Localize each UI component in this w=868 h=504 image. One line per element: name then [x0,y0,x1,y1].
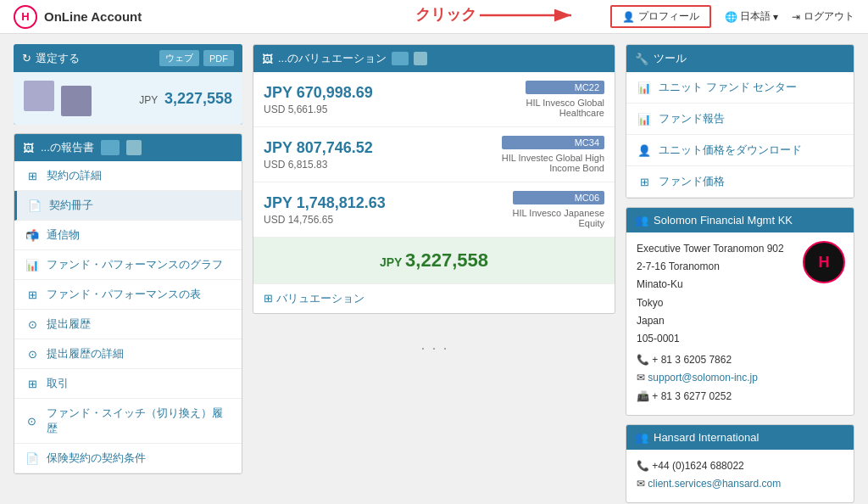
logout-button[interactable]: ⇥ ログアウト [792,9,854,24]
valuation-link[interactable]: ⊞ バリュエーション [253,283,615,313]
hansard-phone-row: 📞 +44 (0)1624 688022 [637,458,843,474]
tools-box: 🔧 ツール 📊ユニット ファンド センター📊ファンド報告👤ユニット価格をダウンロ… [626,44,854,199]
menu-item-label-2: 通信物 [47,227,80,243]
fund-name-0: HIL Invesco GlobalHealthcare [526,98,604,118]
hansard-email-row: ✉ client.services@hansard.com [637,476,843,492]
menu-item-icon-8: ⊙ [25,415,40,428]
menu-item-0[interactable]: ⊞契約の詳細 [14,161,242,191]
menu-item-label-3: ファンド・パフォーマンスのグラフ [47,257,223,272]
valuation-header: 🖼 ...のバリュエーション [253,45,615,72]
tool-label-3: ファンド価格 [659,174,725,189]
fund-amounts-1: JPY 807,746.52 USD 6,815.83 [264,139,373,171]
hansard-email-link[interactable]: client.services@hansard.com [648,478,781,490]
menu-item-2[interactable]: 📬通信物 [14,221,242,250]
tools-icon: 🔧 [635,53,648,65]
report-box: 🖼 ...の報告書 ⊞契約の詳細📄契約冊子📬通信物📊ファンド・パフォーマンスのグ… [14,133,242,474]
tool-item-0[interactable]: 📊ユニット ファンド センター [626,72,854,104]
tool-label-0: ユニット ファンド センター [659,80,797,95]
profile-label: プロフィール [638,9,699,24]
profile-button[interactable]: 👤 プロフィール [610,5,711,28]
tool-item-2[interactable]: 👤ユニット価格をダウンロード [626,135,854,166]
fund-usd-1: USD 6,815.83 [264,159,373,171]
app-title: OnLine Account [44,9,142,24]
report-header-icon: 🖼 [23,142,34,154]
menu-item-icon-7: ⊞ [25,378,40,390]
fund-jpy-2: JPY 1,748,812.63 [264,194,386,212]
hansard-phone-icon: 📞 [637,460,652,472]
menu-item-label-7: 取引 [47,376,69,391]
total-row: JPY 3,227,558 [253,238,615,283]
tool-icon-0: 📊 [637,81,652,94]
valuation-box: 🖼 ...のバリュエーション JPY 670,998.69 USD 5,661.… [253,44,615,314]
menu-item-7[interactable]: ⊞取引 [14,369,242,399]
hansard-email-icon: ✉ [637,478,648,490]
fund-tag-1: MC34 [502,136,604,149]
web-button[interactable]: ウェブ [159,50,199,66]
thumb-image-1 [24,81,54,111]
page-dot-3: · [443,339,448,357]
menu-item-4[interactable]: ⊞ファンド・パフォーマンスの表 [14,280,242,310]
menu-item-icon-0: ⊞ [25,170,40,182]
fund-usd-2: USD 14,756.65 [264,214,386,226]
solomon-phone-num: + 81 3 6205 7862 [652,354,732,366]
menu-item-9[interactable]: 📄保険契約の契約条件 [14,444,242,473]
fund-list: JPY 670,998.69 USD 5,661.95 MC22 HIL Inv… [253,72,615,238]
logo-icon: H [14,5,37,29]
solomon-icon: 👥 [635,214,648,227]
solomon-header: 👥 Solomon Financial Mgmt KK [626,208,854,232]
pdf-button[interactable]: PDF [203,50,234,66]
center-column: 🖼 ...のバリュエーション JPY 670,998.69 USD 5,661.… [253,44,615,374]
tool-label-1: ファンド報告 [659,111,725,126]
menu-item-icon-6: ⊙ [25,348,40,361]
account-summary: JPY 3,227,558 [14,72,242,125]
tool-item-3[interactable]: ⊞ファンド価格 [626,166,854,198]
total-currency: JPY [380,255,405,269]
page-dot-2: · [431,339,436,357]
solomon-fax-row: 📠 + 81 3 6277 0252 [637,389,843,405]
val-thumb-2 [414,52,427,65]
hansard-body: 📞 +44 (0)1624 688022 ✉ client.services@h… [626,450,854,502]
profile-icon: 👤 [622,11,635,23]
phone-icon: 📞 [637,354,652,366]
language-button[interactable]: 🌐 日本語 ▾ [725,9,778,24]
report-menu: ⊞契約の詳細📄契約冊子📬通信物📊ファンド・パフォーマンスのグラフ⊞ファンド・パフ… [14,161,242,473]
account-amount: 3,227,558 [164,90,232,107]
hansard-icon: 👥 [635,431,648,444]
menu-item-5[interactable]: ⊙提出履歴 [14,310,242,339]
click-annotation: クリック [415,2,581,27]
solomon-logo: H [803,241,845,283]
chevron-down-icon: ▾ [773,11,778,23]
selection-header: ↻ 選定する ウェブ PDF [14,44,242,72]
arrow-icon [480,3,581,27]
fund-jpy-0: JPY 670,998.69 [264,84,373,102]
tool-label-2: ユニット価格をダウンロード [659,143,802,158]
menu-item-icon-1: 📄 [27,199,42,212]
selection-box: ↻ 選定する ウェブ PDF JPY 3,227,558 [14,44,242,125]
menu-item-icon-2: 📬 [25,229,40,242]
fund-jpy-1: JPY 807,746.52 [264,139,373,157]
menu-item-label-8: ファンド・スイッチ（切り換え）履歴 [47,406,231,436]
menu-item-1[interactable]: 📄契約冊子 [14,191,242,221]
tool-item-1[interactable]: 📊ファンド報告 [626,104,854,135]
tool-icon-3: ⊞ [637,176,652,188]
solomon-email-link[interactable]: support@solomon-inc.jp [648,372,758,384]
menu-item-8[interactable]: ⊙ファンド・スイッチ（切り換え）履歴 [14,399,242,444]
menu-item-label-9: 保険契約の契約条件 [47,451,146,466]
fund-item-0: JPY 670,998.69 USD 5,661.95 MC22 HIL Inv… [253,72,615,127]
tools-title: ツール [654,51,687,66]
fund-tag-2: MC06 [513,191,604,204]
menu-item-3[interactable]: 📊ファンド・パフォーマンスのグラフ [14,250,242,280]
menu-item-6[interactable]: ⊙提出履歴の詳細 [14,339,242,369]
fund-amounts-2: JPY 1,748,812.63 USD 14,756.65 [264,194,386,226]
click-text: クリック [415,4,476,25]
header-right: 👤 プロフィール 🌐 日本語 ▾ ⇥ ログアウト [610,5,854,28]
fund-amounts-0: JPY 670,998.69 USD 5,661.95 [264,84,373,115]
export-buttons: ウェブ PDF [159,50,234,66]
left-column: ↻ 選定する ウェブ PDF JPY 3,227,558 [14,44,242,474]
currency-label: JPY [139,94,158,106]
email-icon: ✉ [637,372,648,384]
refresh-icon: ↻ [22,52,31,64]
solomon-email-row: ✉ support@solomon-inc.jp [637,370,843,386]
solomon-box: 👥 Solomon Financial Mgmt KK H Executive … [626,207,854,416]
tool-icon-2: 👤 [637,144,652,157]
